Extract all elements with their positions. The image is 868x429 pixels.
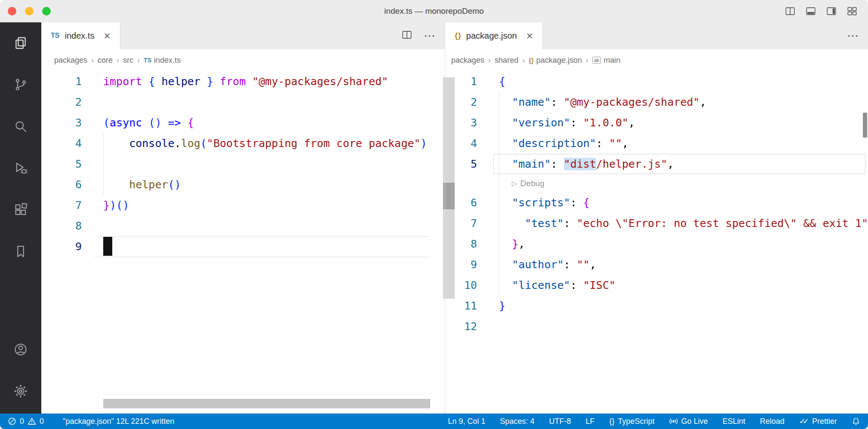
status-go-live[interactable]: Go Live [669, 417, 708, 426]
search-icon[interactable] [13, 119, 28, 134]
line-number: 4 [41, 133, 82, 154]
tab-label: index.ts [65, 31, 94, 41]
breadcrumb-item-packages[interactable]: packages [54, 56, 87, 65]
code-line-11[interactable]: 11} [445, 296, 868, 316]
line-number: 9 [41, 236, 82, 257]
code-line-3[interactable]: 3(async () => { [41, 113, 445, 133]
breadcrumb-item-index.ts[interactable]: TSindex.ts [144, 56, 181, 65]
line-number: 7 [445, 213, 477, 234]
codelens-debug[interactable]: ▷Debug [445, 175, 868, 193]
code-line-2[interactable]: 2 "name": "@my-packages/shared", [445, 92, 868, 113]
warning-icon [28, 417, 36, 426]
code-line-9[interactable]: 9 "author": "", [445, 254, 868, 275]
status-cursor-position[interactable]: Ln 9, Col 1 [448, 417, 485, 426]
account-icon[interactable] [13, 342, 28, 357]
status-indentation[interactable]: Spaces: 4 [500, 417, 535, 426]
more-actions-icon[interactable]: ⋯ [847, 29, 859, 43]
breadcrumb-separator: › [91, 56, 94, 65]
breadcrumb-separator: › [488, 56, 491, 65]
code-line-5[interactable]: 5 "main": "dist/helper.js", [445, 154, 868, 175]
json-file-icon: {} [529, 57, 534, 64]
split-editor-icon[interactable] [401, 29, 412, 42]
extensions-icon[interactable] [13, 202, 28, 217]
line-number: 1 [445, 71, 477, 92]
code-line-3[interactable]: 3 "version": "1.0.0", [445, 113, 868, 133]
breadcrumb-separator: › [522, 56, 525, 65]
line-number: 10 [445, 275, 477, 296]
status-language[interactable]: {} TypeScript [609, 417, 655, 426]
code-editor-index-ts[interactable]: 1import { helper } from "@my-packages/sh… [41, 71, 445, 414]
window-title: index.ts — monorepoDemo [0, 0, 868, 22]
line-number: 6 [445, 193, 477, 213]
json-file-icon: {} [455, 31, 461, 40]
code-line-7[interactable]: 7 "test": "echo \"Error: no test specifi… [445, 213, 868, 234]
broadcast-icon [669, 417, 678, 426]
code-line-1[interactable]: 1import { helper } from "@my-packages/sh… [41, 71, 445, 92]
line-number: 8 [41, 216, 82, 236]
settings-gear-icon[interactable] [13, 384, 28, 398]
symbol-property-icon: ab [592, 57, 601, 64]
code-line-8[interactable]: 8 [41, 216, 445, 236]
toggle-panel-icon[interactable] [805, 6, 816, 17]
tab-bar-left: TS index.ts × ⋯ [41, 22, 445, 49]
breadcrumb-item-src[interactable]: src [123, 56, 133, 65]
toggle-secondary-sidebar-icon[interactable] [826, 6, 837, 17]
customize-layout-icon[interactable] [846, 6, 858, 17]
line-number: 12 [445, 316, 477, 337]
status-encoding[interactable]: UTF-8 [549, 417, 571, 426]
breadcrumb-separator: › [117, 56, 119, 65]
code-line-6[interactable]: 6 "scripts": { [445, 193, 868, 213]
editor-pane-left: TS index.ts × ⋯ packages›core›src›TSinde… [41, 22, 445, 414]
code-line-1[interactable]: 1{ [445, 71, 868, 92]
status-prettier[interactable]: ✓✓ Prettier [799, 417, 837, 426]
status-problems[interactable]: 0 0 [8, 417, 44, 426]
tab-index-ts[interactable]: TS index.ts × [41, 22, 120, 49]
tab-label: package.json [466, 31, 517, 41]
more-actions-icon[interactable]: ⋯ [424, 29, 436, 43]
line-number: 1 [41, 71, 82, 92]
tab-package-json[interactable]: {} package.json × [445, 22, 543, 49]
code-line-12[interactable]: 12 [445, 316, 868, 337]
toggle-primary-sidebar-icon[interactable] [785, 6, 796, 17]
typescript-file-icon: TS [144, 57, 151, 64]
code-line-10[interactable]: 10 "license": "ISC" [445, 275, 868, 296]
source-control-icon[interactable] [13, 77, 28, 92]
notifications-bell-icon[interactable] [852, 417, 860, 426]
code-line-6[interactable]: 6 helper() [41, 175, 445, 195]
braces-icon: {} [609, 417, 615, 426]
code-line-4[interactable]: 4 "description": "", [445, 133, 868, 154]
line-number: 8 [445, 234, 477, 254]
typescript-file-icon: TS [51, 32, 59, 40]
horizontal-scrollbar[interactable] [103, 399, 430, 408]
bookmarks-icon[interactable] [13, 244, 28, 259]
code-line-9[interactable]: 9 [41, 236, 445, 257]
error-count: 0 [20, 417, 24, 426]
line-number: 3 [445, 113, 477, 133]
breadcrumb-item-shared[interactable]: shared [495, 56, 518, 65]
explorer-icon[interactable] [13, 36, 28, 50]
code-line-5[interactable]: 5 [41, 154, 445, 175]
line-number: 9 [445, 254, 477, 275]
breadcrumb: packages›core›src›TSindex.ts [41, 49, 445, 71]
line-number: 5 [445, 154, 477, 175]
code-line-2[interactable]: 2 [41, 92, 445, 113]
code-line-7[interactable]: 7})() [41, 195, 445, 216]
vertical-scrollbar[interactable] [863, 113, 867, 138]
status-eslint[interactable]: ESLint [723, 417, 745, 426]
line-number: 2 [41, 92, 82, 113]
breadcrumb-item-main[interactable]: abmain [592, 56, 620, 65]
status-eol[interactable]: LF [586, 417, 595, 426]
code-editor-package-json[interactable]: 1{2 "name": "@my-packages/shared",3 "ver… [445, 71, 868, 414]
run-and-debug-icon[interactable] [13, 161, 28, 175]
breadcrumb-item-package.json[interactable]: {}package.json [529, 56, 582, 65]
code-line-8[interactable]: 8 }, [445, 234, 868, 254]
breadcrumb-item-packages[interactable]: packages [451, 56, 484, 65]
breadcrumb-item-core[interactable]: core [98, 56, 113, 65]
status-bar: 0 0 "package.json" 12L 221C written Ln 9… [0, 414, 868, 429]
tab-close-button[interactable]: × [526, 30, 533, 41]
line-number: 5 [41, 154, 82, 175]
tab-close-button[interactable]: × [104, 30, 110, 41]
code-line-4[interactable]: 4 console.log("Bootstrapping from core p… [41, 133, 445, 154]
status-reload[interactable]: Reload [760, 417, 785, 426]
breadcrumb-separator: › [137, 56, 140, 65]
